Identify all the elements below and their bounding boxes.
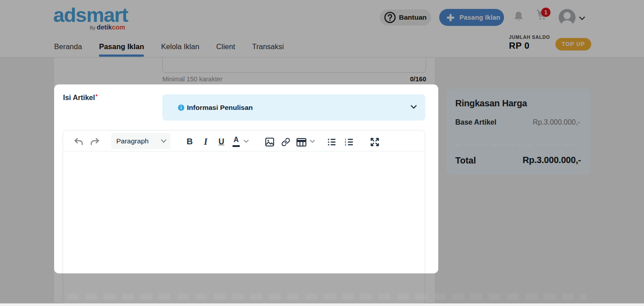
cart-badge: 1 [541,8,551,17]
isi-artikel-label: Isi Artikel* [63,93,97,102]
editor-content-area[interactable] [63,151,425,305]
informasi-penulisan-label: Informasi Penulisan [187,104,253,112]
nav-item-pasang-iklan[interactable]: Pasang Iklan [99,42,144,57]
nav-item-kelola-iklan[interactable]: Kelola Iklan [161,42,199,57]
jumlah-saldo-label: JUMLAH SALDO [509,34,545,40]
paragraph-format-value: Paragraph [116,137,148,145]
pasang-iklan-button-label: Pasang Iklan [459,14,500,21]
profile-chevron-down-icon[interactable] [579,17,585,21]
saldo-amount: RP 0 [509,41,545,51]
min-karakter-helper: Minimal 150 karakter [162,75,223,83]
main-nav: Beranda Pasang Iklan Kelola Iklan Client… [54,42,301,57]
paragraph-format-select[interactable]: Paragraph [111,133,170,149]
nav-item-client[interactable]: Client [216,42,235,57]
total-label: Total [455,155,476,166]
ringkasan-harga-title: Ringkasan Harga [455,98,527,109]
char-counter: 0/160 [410,75,426,83]
chevron-down-icon [161,139,166,143]
undo-button[interactable] [74,138,83,147]
saldo-block: JUMLAH SALDO RP 0 [509,34,545,51]
app-header: adsmart By detikcom Beranda Pasang Iklan… [0,0,644,58]
bantuan-button[interactable]: Bantuan [380,9,431,25]
chevron-down-icon [411,105,417,109]
pasang-iklan-button[interactable]: Pasang Iklan [439,9,504,26]
table-chevron-icon[interactable] [310,140,315,143]
adsmart-logo-text: adsmart [53,5,130,25]
numbered-list-button[interactable]: 123 [345,138,353,146]
bottom-sticky-bar [0,303,644,306]
top-up-button[interactable]: TOP UP [555,38,591,50]
bold-button[interactable]: B [185,136,195,147]
summary-divider [455,144,580,146]
text-color-chevron-icon[interactable] [244,140,249,143]
text-color-button[interactable]: A [231,136,241,147]
svg-text:2: 2 [345,141,346,143]
insert-image-button[interactable] [265,138,274,147]
svg-text:3: 3 [345,143,346,146]
fullscreen-button[interactable] [370,138,379,147]
adsmart-logo[interactable]: adsmart By detikcom [54,5,130,25]
insert-table-button[interactable] [297,138,306,147]
bantuan-label: Bantuan [399,13,427,21]
svg-text:1: 1 [345,138,346,141]
redo-button[interactable] [90,138,99,147]
base-artikel-label: Base Artikel [455,118,496,126]
nav-item-beranda[interactable]: Beranda [54,42,82,57]
active-nav-underline [99,54,144,57]
question-circle-icon [384,12,396,23]
insert-link-button[interactable] [281,138,290,147]
detikcom-logo-text: By detikcom [54,24,125,31]
underline-button[interactable]: U [216,136,226,147]
avatar[interactable] [559,9,576,26]
nav-item-transaksi[interactable]: Transaksi [252,42,284,57]
italic-button[interactable]: I [201,136,211,147]
informasi-penulisan-banner[interactable]: Informasi Penulisan [162,94,425,121]
plus-icon [446,13,455,22]
total-value: Rp.3.000.000,- [522,155,581,165]
pasang-iklan-form-card: Minimal 150 karakter 0/160 Isi Artikel* … [54,58,435,303]
editor-toolbar: Paragraph B I U A [63,130,425,151]
bullet-list-button[interactable] [328,138,336,146]
rich-text-editor: Paragraph B I U A [63,130,425,305]
base-artikel-value: Rp.3.000.000,- [533,118,580,126]
info-icon [178,105,184,111]
required-asterisk: * [95,93,97,100]
ringkasan-harga-panel: Ringkasan Harga Base Artikel Rp.3.000.00… [446,89,590,174]
notifications-bell-icon[interactable] [513,11,524,22]
